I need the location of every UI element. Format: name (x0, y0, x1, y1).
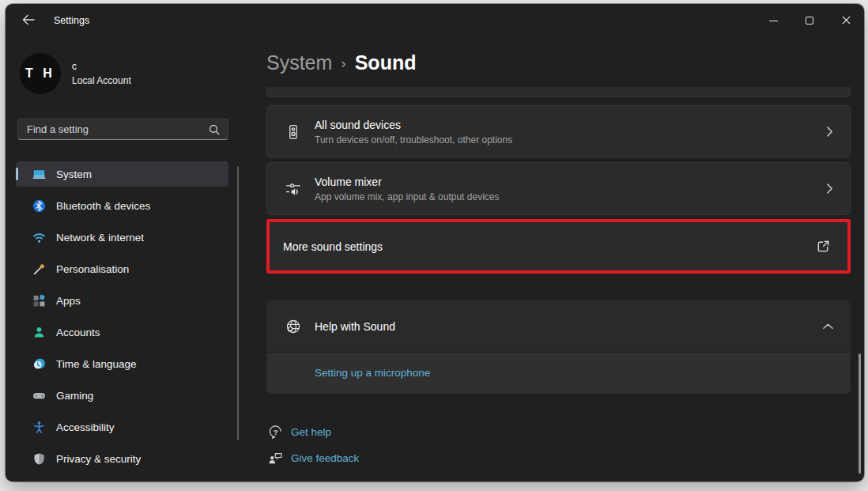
maximize-button[interactable] (791, 4, 828, 37)
sidebar-item-privacy-security[interactable]: Privacy & security (16, 446, 228, 471)
give-feedback-link[interactable]: Give feedback (266, 449, 440, 466)
sidebar-item-system[interactable]: System (16, 161, 228, 187)
sidebar-item-label: Personalisation (56, 263, 129, 275)
volume-mixer-icon (285, 181, 301, 197)
main-content: System › Sound All sound devices Turn de… (261, 37, 864, 482)
sidebar: T H c Local Account System (6, 37, 251, 482)
app-title: Settings (54, 15, 89, 26)
sidebar-item-label: Accounts (56, 327, 100, 338)
partial-card-above[interactable] (266, 87, 851, 97)
help-section: Help with Sound Setting up a microphone (266, 300, 851, 394)
card-title: Volume mixer (315, 176, 826, 188)
sidebar-item-accounts[interactable]: Accounts (16, 319, 228, 345)
more-sound-settings-card[interactable]: More sound settings (270, 222, 847, 270)
accessibility-person-icon (32, 421, 46, 434)
get-help-link[interactable]: ? Get help (266, 423, 440, 440)
breadcrumb: System › Sound (266, 51, 416, 74)
minimize-icon (769, 21, 778, 21)
sidebar-item-label: Apps (56, 295, 81, 307)
help-with-sound-expander[interactable]: Help with Sound (267, 301, 850, 352)
chevron-right-icon (826, 183, 833, 195)
footer-link-label: Get help (291, 426, 331, 438)
sidebar-item-apps[interactable]: Apps (16, 288, 228, 313)
footer-links: ? Get help Give feedback (266, 423, 851, 466)
breadcrumb-separator: › (332, 55, 354, 72)
sidebar-item-label: Bluetooth & devices (56, 200, 150, 212)
svg-text:?: ? (274, 428, 278, 436)
globe-search-icon (285, 319, 301, 334)
selected-accent-pill (16, 168, 18, 180)
card-subtitle: App volume mix, app input & output devic… (315, 191, 826, 202)
sidebar-item-label: Network & internet (56, 232, 144, 244)
apps-grid-icon (32, 294, 46, 308)
setting-up-microphone-link[interactable]: Setting up a microphone (315, 367, 430, 379)
footer-link-label: Give feedback (291, 452, 359, 464)
chevron-up-icon (823, 323, 833, 330)
sidebar-item-label: Accessibility (56, 421, 115, 433)
external-link-icon (816, 239, 831, 254)
bluetooth-icon (32, 199, 46, 213)
sidebar-item-network-internet[interactable]: Network & internet (16, 225, 228, 250)
help-section-content: Setting up a microphone (267, 352, 850, 393)
all-sound-devices-card[interactable]: All sound devices Turn devices on/off, t… (266, 105, 851, 158)
sidebar-nav: System Bluetooth & devices Network & int… (16, 161, 228, 478)
search-icon[interactable] (209, 124, 220, 135)
gamepad-icon (32, 389, 46, 402)
chevron-right-icon (826, 126, 833, 138)
sidebar-item-time-language[interactable]: Time & language (16, 351, 228, 376)
feedback-icon (268, 451, 283, 466)
sidebar-item-label: Privacy & security (56, 453, 141, 465)
search-box (17, 119, 228, 140)
card-subtitle: Turn devices on/off, troubleshoot, other… (315, 134, 826, 145)
back-button[interactable] (15, 9, 42, 32)
minimize-button[interactable] (755, 4, 791, 37)
search-input[interactable] (18, 119, 209, 139)
red-highlight-annotation: More sound settings (266, 219, 851, 274)
system-icon (32, 168, 46, 181)
card-title: More sound settings (283, 240, 816, 253)
page-title: Sound (355, 51, 417, 74)
sidebar-item-label: System (56, 168, 92, 180)
sidebar-item-label: Time & language (56, 358, 137, 370)
wifi-icon (32, 231, 46, 244)
paintbrush-icon (32, 262, 46, 276)
user-name: c (72, 61, 131, 72)
content-scrollbar-thumb[interactable] (859, 353, 861, 474)
help-section-title: Help with Sound (315, 320, 395, 333)
person-icon (32, 326, 46, 339)
sidebar-item-personalisation[interactable]: Personalisation (16, 256, 228, 281)
volume-mixer-card[interactable]: Volume mixer App volume mix, app input &… (266, 162, 851, 215)
clock-globe-icon (32, 357, 46, 371)
sidebar-item-gaming[interactable]: Gaming (16, 383, 228, 408)
close-button[interactable] (828, 4, 864, 37)
speaker-icon (285, 124, 301, 140)
get-help-icon: ? (268, 425, 283, 440)
user-account-block[interactable]: T H c Local Account (19, 52, 131, 95)
settings-window: Settings T H c Local Account (6, 4, 864, 482)
sidebar-item-label: Gaming (56, 390, 93, 402)
window-controls (755, 4, 864, 37)
shield-icon (32, 452, 46, 466)
card-title: All sound devices (315, 119, 826, 131)
sidebar-scrollbar[interactable] (237, 166, 239, 440)
titlebar: Settings (6, 4, 864, 37)
maximize-icon (806, 17, 813, 25)
settings-list: All sound devices Turn devices on/off, t… (266, 87, 851, 475)
account-type-label: Local Account (72, 75, 131, 86)
close-icon (842, 15, 851, 27)
back-arrow-icon (22, 14, 35, 28)
sidebar-item-bluetooth-devices[interactable]: Bluetooth & devices (16, 193, 228, 218)
avatar: T H (19, 52, 62, 95)
breadcrumb-system[interactable]: System (266, 51, 332, 74)
sidebar-item-accessibility[interactable]: Accessibility (16, 414, 228, 440)
